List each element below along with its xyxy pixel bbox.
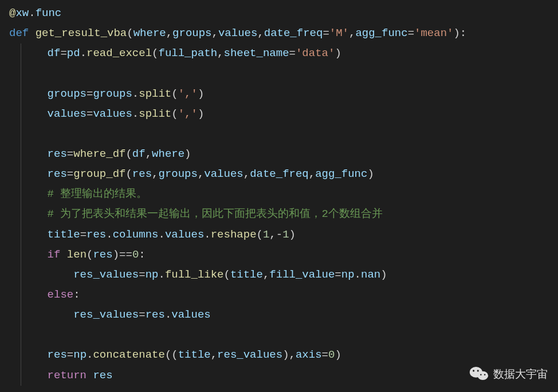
svg-point-5 (484, 374, 486, 376)
function-name: get_result_vba (36, 27, 127, 39)
code-line-blank (21, 325, 553, 345)
code-line: res_values=res.values (21, 305, 553, 325)
code-line: else: (21, 285, 553, 305)
code-line: df=pd.read_excel(full_path,sheet_name='d… (21, 43, 553, 64)
code-line: groups=groups.split(',') (21, 84, 553, 104)
variable: df (48, 47, 61, 60)
code-line: res=group_df(res,groups,values,date_freq… (21, 164, 553, 184)
code-line-comment: # 为了把表头和结果一起输出，因此下面把表头的和值，2个数组合并 (21, 204, 553, 224)
param: values (218, 27, 257, 39)
param: groups (172, 27, 211, 39)
code-line-blank (21, 64, 553, 84)
param: where (133, 27, 166, 39)
svg-point-2 (473, 370, 474, 372)
code-line: res=where_df(df,where) (21, 144, 553, 164)
param: date_freq (264, 27, 323, 39)
comment: # 为了把表头和结果一起输出，因此下面把表头的和值，2个数组合并 (48, 208, 383, 220)
code-line: if len(res)==0: (21, 245, 553, 265)
comment: # 整理输出的结果。 (48, 188, 148, 200)
string: 'data' (296, 47, 335, 60)
svg-point-4 (480, 374, 482, 376)
watermark: 数据大宇宙 (469, 364, 548, 384)
watermark-text: 数据大宇宙 (493, 364, 548, 384)
string: 'M' (329, 27, 349, 39)
keyword-def: def (9, 27, 29, 39)
code-line: res_values=np.full_like(title,fill_value… (21, 265, 553, 285)
code-line: res=np.concatenate((title,res_values),ax… (21, 345, 553, 365)
param: agg_func (355, 27, 407, 39)
keyword-return: return (48, 369, 87, 382)
code-line-comment: # 整理输出的结果。 (21, 184, 553, 204)
code-block: @xw.func def get_result_vba(where,groups… (5, 3, 553, 386)
code-line: @xw.func (5, 3, 553, 23)
decorator-at: @ (9, 7, 15, 19)
keyword-if: if (48, 248, 61, 261)
wechat-icon (469, 366, 489, 382)
svg-point-3 (477, 370, 479, 372)
code-line: values=values.split(',') (21, 104, 553, 124)
code-line: title=res.columns.values.reshape(1,-1) (21, 225, 553, 245)
decorator-attr: func (36, 7, 62, 19)
keyword-else: else (48, 288, 74, 301)
string: 'mean' (414, 27, 453, 39)
decorator-module: xw (15, 7, 29, 19)
code-line-blank (21, 124, 553, 144)
function-call: read_excel (87, 47, 152, 60)
code-line: def get_result_vba(where,groups,values,d… (5, 23, 553, 43)
svg-point-1 (477, 371, 488, 380)
